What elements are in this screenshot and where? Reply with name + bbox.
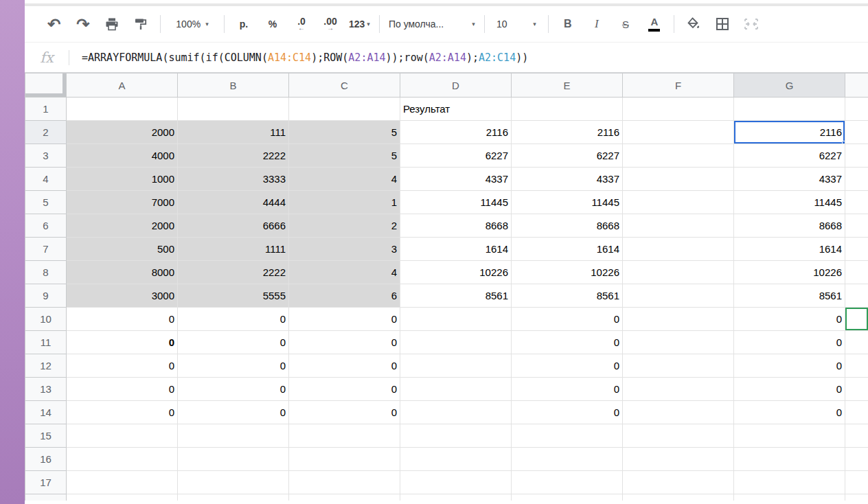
cell-C15[interactable] <box>289 424 400 448</box>
cell-H14[interactable] <box>845 401 868 424</box>
row-header-2[interactable]: 2 <box>25 121 67 144</box>
cell-A11[interactable]: 0 <box>67 331 178 354</box>
cell-G5[interactable]: 11445 <box>734 191 845 214</box>
cell-E16[interactable] <box>512 448 623 471</box>
cell-E1[interactable] <box>512 98 623 121</box>
cell-F5[interactable] <box>623 191 734 214</box>
row-header-13[interactable]: 13 <box>25 378 67 401</box>
cell-H7[interactable] <box>845 238 868 261</box>
cell-B17[interactable] <box>178 471 289 494</box>
cell-F9[interactable] <box>623 284 734 308</box>
cell-E5[interactable]: 11445 <box>512 191 623 214</box>
cell-C2[interactable]: 5 <box>289 121 400 144</box>
cell-B15[interactable] <box>178 424 289 448</box>
cell-B13[interactable]: 0 <box>178 378 289 401</box>
cell-E17[interactable] <box>512 471 623 494</box>
cell-B2[interactable]: 111 <box>178 121 289 144</box>
cell-A12[interactable]: 0 <box>67 354 178 378</box>
fill-handle[interactable] <box>842 141 845 144</box>
percent-format-button[interactable]: % <box>258 12 287 36</box>
cell-E13[interactable]: 0 <box>512 378 623 401</box>
cell-B3[interactable]: 2222 <box>178 144 289 168</box>
cell-H9[interactable] <box>845 284 868 308</box>
cell-H4[interactable] <box>845 168 868 191</box>
cell-C14[interactable]: 0 <box>289 401 400 424</box>
cell-A16[interactable] <box>67 448 178 471</box>
cell-H11[interactable] <box>845 331 868 354</box>
undo-button[interactable]: ↶ <box>40 12 69 36</box>
cell-D15[interactable] <box>400 424 512 448</box>
cell-E3[interactable]: 6227 <box>512 144 623 168</box>
cell-G17[interactable] <box>734 471 845 494</box>
cell-G8[interactable]: 10226 <box>734 261 845 284</box>
row-header-5[interactable]: 5 <box>25 191 67 214</box>
cell-H1[interactable] <box>845 98 868 121</box>
cell-A13[interactable]: 0 <box>67 378 178 401</box>
cell-B8[interactable]: 2222 <box>178 261 289 284</box>
cell-D4[interactable]: 4337 <box>400 168 512 191</box>
cell-G14[interactable]: 0 <box>734 401 845 424</box>
cell-C18[interactable] <box>289 494 400 501</box>
cell-A3[interactable]: 4000 <box>67 144 178 168</box>
select-all-corner[interactable] <box>25 73 67 98</box>
cell-A10[interactable]: 0 <box>67 308 178 331</box>
cell-C7[interactable]: 3 <box>289 238 400 261</box>
cell-F13[interactable] <box>623 378 734 401</box>
cell-C13[interactable]: 0 <box>289 378 400 401</box>
cell-H17[interactable] <box>845 471 868 494</box>
cell-B9[interactable]: 5555 <box>178 284 289 308</box>
cell-C10[interactable]: 0 <box>289 308 400 331</box>
cell-G9[interactable]: 8561 <box>734 284 845 308</box>
cell-H18[interactable] <box>845 494 868 501</box>
cell-D9[interactable]: 8561 <box>400 284 512 308</box>
cell-A17[interactable] <box>67 471 178 494</box>
row-header-6[interactable]: 6 <box>25 214 67 238</box>
cell-H2[interactable] <box>845 121 868 144</box>
column-header-D[interactable]: D <box>400 73 512 98</box>
cell-H3[interactable] <box>845 144 868 168</box>
cell-C11[interactable]: 0 <box>289 331 400 354</box>
cell-D14[interactable] <box>400 401 512 424</box>
cell-A2[interactable]: 2000 <box>67 121 178 144</box>
cell-D13[interactable] <box>400 378 512 401</box>
cell-F3[interactable] <box>623 144 734 168</box>
zoom-select[interactable]: 100% ▾ <box>165 12 219 36</box>
cell-G7[interactable]: 1614 <box>734 238 845 261</box>
cell-F7[interactable] <box>623 238 734 261</box>
cell-A9[interactable]: 3000 <box>67 284 178 308</box>
cell-F4[interactable] <box>623 168 734 191</box>
cell-D7[interactable]: 1614 <box>400 238 512 261</box>
cell-E11[interactable]: 0 <box>512 331 623 354</box>
cell-C4[interactable]: 4 <box>289 168 400 191</box>
cell-D18[interactable] <box>400 494 512 501</box>
cell-G10[interactable]: 0 <box>734 308 845 331</box>
cell-E10[interactable]: 0 <box>512 308 623 331</box>
text-color-button[interactable]: A <box>640 12 669 36</box>
cell-H5[interactable] <box>845 191 868 214</box>
row-header-4[interactable]: 4 <box>25 168 67 191</box>
cell-C8[interactable]: 4 <box>289 261 400 284</box>
print-button[interactable] <box>98 12 126 36</box>
cell-H13[interactable] <box>845 378 868 401</box>
cell-D17[interactable] <box>400 471 512 494</box>
cell-F14[interactable] <box>623 401 734 424</box>
column-header-E[interactable]: E <box>512 73 623 98</box>
cell-E6[interactable]: 8668 <box>512 214 623 238</box>
cell-A15[interactable] <box>67 424 178 448</box>
cell-F11[interactable] <box>623 331 734 354</box>
cell-H15[interactable] <box>845 424 868 448</box>
cell-D16[interactable] <box>400 448 512 471</box>
cell-C6[interactable]: 2 <box>289 214 400 238</box>
column-header-F[interactable]: F <box>623 73 734 98</box>
row-header-18[interactable] <box>25 494 67 501</box>
cell-B16[interactable] <box>178 448 289 471</box>
currency-format-button[interactable]: p. <box>229 12 258 36</box>
cell-E9[interactable]: 8561 <box>512 284 623 308</box>
cell-G6[interactable]: 8668 <box>734 214 845 238</box>
cell-E2[interactable]: 2116 <box>512 121 623 144</box>
cell-F18[interactable] <box>623 494 734 501</box>
font-size-select[interactable]: 10 ▾ <box>490 12 543 36</box>
row-header-14[interactable]: 14 <box>25 401 67 424</box>
cell-E15[interactable] <box>512 424 623 448</box>
row-header-17[interactable]: 17 <box>25 471 67 494</box>
